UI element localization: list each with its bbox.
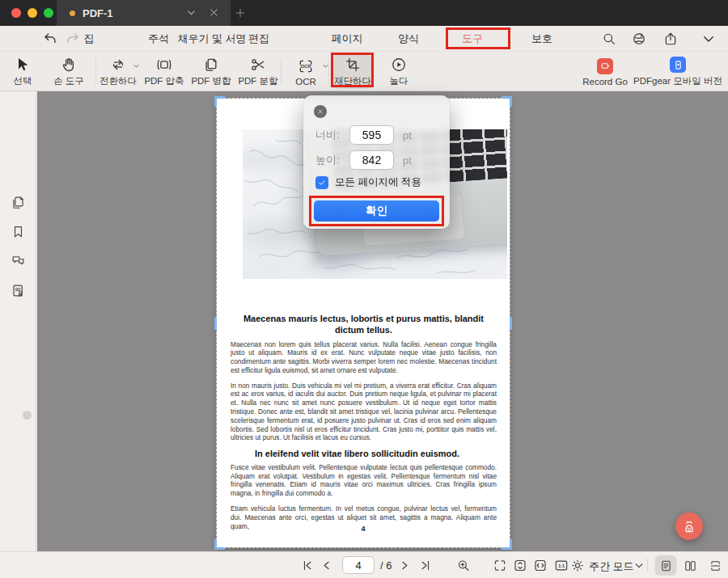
document-tab[interactable]: PDF-1	[57, 0, 231, 26]
robot-icon	[681, 518, 697, 534]
merge-icon	[203, 57, 219, 73]
play-button[interactable]: 놀다	[370, 55, 428, 89]
record-go-label: Record Go	[582, 77, 628, 86]
doc-paragraph-2: In non mauris justo. Duis vehicula mi ve…	[231, 382, 497, 442]
annotation-box-confirm: 확인	[309, 196, 444, 226]
tab-home[interactable]: 집	[84, 26, 95, 52]
tab-title: PDF-1	[83, 7, 113, 19]
crop-handle-top-right[interactable]	[502, 96, 512, 107]
comments-icon[interactable]	[11, 253, 26, 268]
actual-size-icon[interactable]: 1:1	[553, 559, 569, 572]
tab-fill-sign[interactable]: 채우기 및 서명	[177, 26, 246, 52]
tab-close-icon[interactable]	[209, 7, 219, 18]
zoom-in-icon[interactable]	[457, 559, 471, 572]
hand-icon	[61, 57, 77, 73]
search-icon[interactable]	[602, 32, 616, 46]
crop-icon	[345, 57, 361, 73]
close-window-button[interactable]	[11, 8, 21, 18]
sidebar-collapse-handle[interactable]	[23, 411, 32, 420]
mobile-version-label: PDFgear 모바일 버전	[633, 75, 722, 87]
doc-paragraph-3: Fusce vitae vestibulum velit. Pellentesq…	[231, 463, 497, 498]
tab-page[interactable]: 페이지	[332, 26, 363, 52]
tab-annotate[interactable]: 주석	[148, 26, 169, 52]
crop-dialog: 너비: pt 높이: pt 모든 페이지에 적용 확인	[303, 95, 450, 229]
page-total-label: / 6	[380, 559, 392, 572]
tab-tools[interactable]: 도구	[462, 26, 483, 52]
mobile-icon	[670, 57, 686, 73]
doc-heading-2: In eleifend velit vitae libero sollicitu…	[255, 449, 497, 460]
doc-paragraph-1: Maecenas non lorem quis tellus placerat …	[231, 340, 497, 375]
apply-all-checkbox[interactable]	[315, 176, 328, 189]
tab-form[interactable]: 양식	[398, 26, 419, 52]
unsaved-dot-icon	[70, 11, 75, 16]
minimize-window-button[interactable]	[28, 8, 37, 18]
tab-chevron-down-icon[interactable]	[186, 7, 197, 18]
fullscreen-icon[interactable]	[493, 559, 507, 572]
two-page-view-button[interactable]	[679, 555, 701, 576]
next-page-icon[interactable]	[398, 559, 412, 572]
tab-edit[interactable]: 편집	[248, 26, 269, 52]
menubar-chevron-down-icon[interactable]	[701, 32, 716, 46]
assistant-robot-button[interactable]	[675, 513, 703, 540]
previous-page-icon[interactable]	[320, 559, 334, 572]
crop-handle-mid-right[interactable]	[510, 317, 512, 330]
scissors-icon	[250, 57, 266, 73]
page-number: 4	[217, 525, 510, 533]
compress-label: PDF 압축	[144, 75, 184, 87]
single-page-view-icon	[659, 559, 672, 572]
last-page-icon[interactable]	[419, 559, 433, 572]
confirm-button[interactable]: 확인	[314, 200, 439, 221]
zoom-window-button[interactable]	[44, 8, 53, 18]
close-icon	[317, 108, 324, 115]
crop-handle-bottom-left[interactable]	[214, 539, 225, 550]
play-icon	[391, 57, 407, 73]
page-number-input[interactable]	[342, 556, 375, 574]
dialog-close-button[interactable]	[314, 105, 327, 118]
convert-label: 전환하다	[99, 75, 137, 87]
width-input[interactable]	[349, 125, 394, 145]
new-tab-icon[interactable]	[235, 7, 246, 19]
play-label: 놀다	[390, 75, 408, 87]
mobile-version-button[interactable]: PDFgear 모바일 버전	[625, 55, 728, 89]
day-mode-label[interactable]: 주간 모드	[589, 559, 634, 574]
left-sidebar	[0, 91, 36, 551]
crop-tool-button[interactable]: 재단하다	[332, 55, 373, 89]
thumbnails-icon[interactable]	[11, 195, 26, 210]
ocr-icon: OCR	[298, 58, 314, 74]
undo-icon[interactable]	[43, 32, 57, 46]
split-label: PDF 분할	[238, 75, 277, 87]
document-text: Maecenas mauris lectus, lobortis et puru…	[231, 314, 497, 537]
fit-height-icon[interactable]	[514, 559, 527, 572]
height-label: 높이:	[315, 153, 349, 167]
signature-panel-icon[interactable]	[11, 283, 26, 298]
width-unit: pt	[403, 129, 412, 141]
ocr-button[interactable]: OCR OCR	[277, 55, 335, 89]
continuous-view-button[interactable]	[705, 555, 726, 576]
first-page-icon[interactable]	[301, 559, 315, 572]
translate-icon[interactable]	[632, 32, 646, 46]
crop-handle-bottom-right[interactable]	[502, 539, 512, 550]
bookmark-icon[interactable]	[11, 224, 26, 239]
share-icon[interactable]	[663, 32, 678, 46]
svg-text:OCR: OCR	[301, 64, 312, 69]
select-tool-label: 선택	[14, 75, 32, 87]
ocr-label: OCR	[295, 77, 316, 86]
menubar: 집 주석 채우기 및 서명 편집 페이지 양식 도구 보호	[0, 26, 728, 52]
svg-text:1:1: 1:1	[558, 563, 565, 568]
crop-handle-mid-left[interactable]	[214, 317, 217, 330]
doc-heading-1: Maecenas mauris lectus, lobortis et puru…	[231, 314, 497, 336]
height-unit: pt	[403, 154, 412, 167]
day-mode-chevron-icon[interactable]	[634, 559, 645, 572]
merge-label: PDF 병합	[191, 75, 231, 87]
single-page-view-button[interactable]	[655, 555, 677, 576]
day-mode-icon[interactable]	[571, 559, 585, 572]
statusbar: / 6 1:1 주간 모드	[0, 551, 728, 578]
redo-icon[interactable]	[66, 32, 80, 46]
tab-protect[interactable]: 보호	[531, 26, 552, 52]
crop-handle-top-left[interactable]	[214, 96, 225, 107]
continuous-view-icon	[709, 559, 722, 572]
record-go-icon	[597, 58, 613, 74]
height-input[interactable]	[349, 150, 394, 170]
fit-width-icon[interactable]	[534, 559, 548, 572]
two-page-view-icon	[684, 559, 696, 572]
